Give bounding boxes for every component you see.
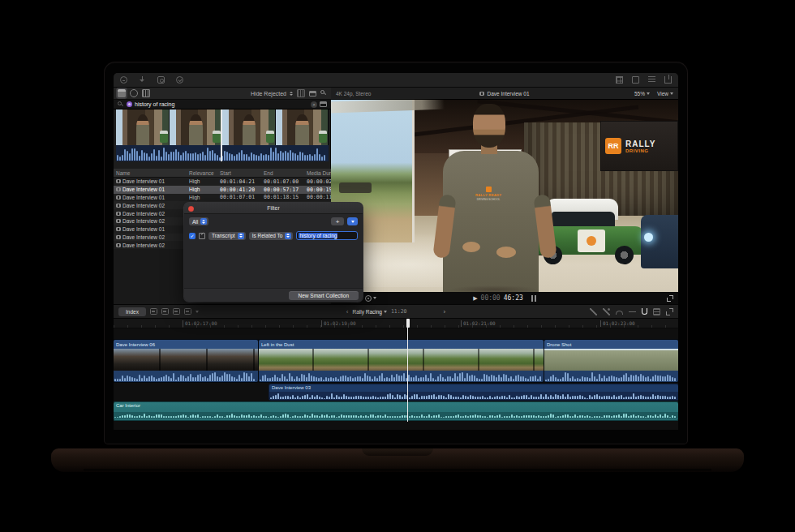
filmstrip-frame [276, 109, 329, 145]
clip-filmstrip-view-icon[interactable] [118, 89, 126, 97]
clip-title: Dave Interview 06 [114, 340, 258, 349]
filmstrip-frame [170, 109, 223, 145]
clip-icon [116, 187, 121, 191]
browser-media-icon[interactable] [130, 89, 138, 97]
playhead[interactable] [407, 319, 408, 422]
audio-skimming-icon[interactable] [603, 308, 610, 315]
table-header[interactable]: Name Relevance Start End Media Duration [114, 169, 331, 178]
rule-value-input[interactable]: history of racing [296, 231, 358, 240]
final-cut-pro-window: Hide Rejected history of racing ✕ [114, 73, 678, 430]
scope-value: All [192, 219, 198, 225]
next-project-icon[interactable]: › [444, 308, 446, 315]
column-name[interactable]: Name [114, 170, 187, 176]
close-icon[interactable] [188, 206, 194, 212]
rule-field-popup[interactable]: Transcript [208, 232, 246, 240]
connected-audio-clip[interactable]: Dave Interview 03 [269, 384, 678, 400]
browser-layout-icon[interactable] [616, 76, 623, 84]
table-row[interactable]: Dave Interview 01 High 00:01:04:21 00:01… [114, 178, 331, 186]
download-icon[interactable] [139, 76, 146, 84]
share-icon[interactable] [664, 76, 672, 84]
clip-thumbnails [114, 349, 258, 371]
outside-object [339, 182, 372, 193]
rally-ready-sign: RR RALLY DRIVING [600, 121, 678, 171]
filter-scope-row: All + [189, 217, 358, 226]
inspector-layout-icon[interactable] [648, 76, 655, 84]
column-relevance[interactable]: Relevance [187, 170, 217, 176]
snapping-icon[interactable] [642, 308, 647, 315]
filter-rule-row: ✓ Transcript Is Related To history of ra… [189, 230, 358, 241]
connect-edit-icon[interactable] [150, 308, 157, 315]
connected-clip-waveform [269, 392, 678, 400]
timeline-clip-dave-interview[interactable]: Dave Interview 06 [114, 340, 258, 382]
hide-rejected-popup[interactable]: Hide Rejected [251, 91, 293, 97]
sign-line1: RALLY [625, 139, 655, 148]
timeline-clip-drone-shot[interactable]: Drone Shot [544, 340, 678, 382]
table-row-selected[interactable]: Dave Interview 01 High 00:00:41:20 00:00… [114, 186, 331, 194]
clip-appearance-icon[interactable] [653, 308, 660, 315]
background-tasks-icon[interactable] [176, 76, 183, 84]
add-rule-button[interactable]: + [331, 217, 344, 225]
timeline-fullscreen-icon[interactable] [666, 308, 673, 315]
audio-clip-car-interior[interactable]: Car Interior [114, 402, 678, 420]
new-smart-collection-button[interactable]: New Smart Collection [289, 291, 359, 300]
popup-stepper-icon [285, 233, 291, 239]
filmstrip-frames [116, 109, 329, 145]
shirt-line1: RALLY READY [475, 194, 501, 197]
filter-dialog-title: Filter [267, 205, 280, 211]
append-edit-icon[interactable] [173, 308, 180, 315]
shirt-print: RALLY READY DRIVING SCHOOL [464, 187, 513, 202]
rule-checkbox[interactable]: ✓ [189, 233, 196, 239]
solo-icon[interactable] [616, 311, 623, 315]
rule-operator-popup[interactable]: Is Related To [249, 232, 294, 240]
duration-cell: 00:00:11:14 [304, 194, 331, 200]
clip-filmstrip[interactable] [116, 109, 329, 161]
skimming-icon[interactable] [590, 308, 597, 315]
app-toolbar [114, 73, 678, 88]
search-icon[interactable] [320, 90, 327, 97]
filter-dialog-titlebar[interactable]: Filter [184, 203, 363, 214]
search-field-icon [118, 101, 124, 108]
popup-stepper-icon [238, 233, 244, 239]
add-rule-popup-icon[interactable] [347, 217, 358, 225]
column-start[interactable]: Start [217, 170, 261, 176]
clip-icon [116, 227, 121, 231]
filter-window-icon[interactable] [320, 101, 327, 107]
trim-icon[interactable] [629, 308, 636, 315]
timeline-tracks: Dave Interview 06 Left in the Dust Drone… [114, 328, 678, 430]
relevance-cell: High [187, 195, 217, 200]
clip-name: Dave Interview 02 [122, 211, 165, 217]
clear-search-icon[interactable]: ✕ [311, 101, 317, 108]
viewer-transport-bar: ▶ 00:00 46:23 [331, 292, 678, 304]
project-popup[interactable]: Rally Racing [352, 309, 387, 315]
keyword-editor-icon[interactable] [157, 76, 165, 84]
column-media-duration[interactable]: Media Duration [304, 170, 331, 176]
viewer-fullscreen-icon[interactable] [667, 295, 673, 302]
clip-icon [116, 219, 121, 223]
browser-film-icon[interactable] [142, 89, 150, 97]
previous-project-icon[interactable]: ‹ [346, 308, 349, 315]
viewer-layout-icon[interactable] [632, 76, 639, 84]
search-field[interactable]: history of racing ✕ [114, 100, 331, 109]
timeline-clip-left-in-the-dust[interactable]: Left in the Dust [259, 340, 544, 382]
insert-edit-icon[interactable] [161, 308, 169, 315]
play-icon[interactable]: ▶ [473, 295, 477, 302]
filmstrip-frame [116, 109, 170, 145]
media-import-icon[interactable] [120, 76, 127, 84]
pause-bars-icon[interactable] [531, 295, 536, 302]
video-frame[interactable]: RR RALLY DRIVING RALLY READY DRI [331, 100, 678, 292]
clip-name: Dave Interview 01 [122, 226, 165, 232]
tools-popup-icon[interactable] [196, 311, 199, 313]
column-end[interactable]: End [261, 170, 304, 176]
timeline-ruler[interactable]: 01:02:17:00 01:02:19:00 01:02:21:00 01:0… [114, 319, 678, 328]
table-row[interactable]: Dave Interview 01 High 00:01:07:01 00:01… [114, 194, 331, 202]
duration-slider-icon[interactable] [309, 91, 316, 97]
clip-icon [116, 179, 121, 183]
transcript-rule-icon [199, 233, 205, 239]
overwrite-edit-icon[interactable] [184, 308, 191, 315]
index-button[interactable]: Index [118, 307, 146, 316]
filmstrip-audio-waveform [116, 145, 329, 161]
clip-icon [116, 195, 121, 200]
clip-height-icon[interactable] [297, 89, 305, 97]
clip-title: Left in the Dust [259, 340, 544, 349]
scope-popup[interactable]: All [189, 217, 208, 225]
